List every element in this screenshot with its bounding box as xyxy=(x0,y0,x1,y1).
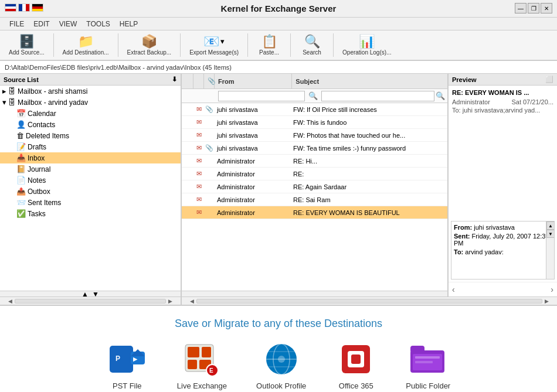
search-button[interactable]: 🔍 Search xyxy=(294,32,330,59)
paste-button[interactable]: 📋 Paste... xyxy=(252,32,287,59)
tree-item-mailbox-arshi[interactable]: ▸ 🗄 Mailbox - arshi shamsi xyxy=(0,86,181,97)
msg-scroll-bar[interactable] xyxy=(182,291,447,296)
preview-prev-button[interactable]: ‹ xyxy=(452,285,455,294)
tree-label: Notes xyxy=(28,176,46,185)
message-row[interactable]: ✉ juhi srivastava FW: Photos that have t… xyxy=(182,129,447,142)
export-messages-label: Export Message(s) xyxy=(189,49,239,56)
dest-pst-file[interactable]: P ▶ PST File xyxy=(107,342,148,390)
tree-item-drafts[interactable]: 📝 Drafts xyxy=(0,141,181,152)
svg-text:P: P xyxy=(116,354,120,363)
src-hscroll-thumb xyxy=(15,299,166,304)
add-source-button[interactable]: 🗄️ Add Source... xyxy=(4,32,50,59)
dest-live-exchange[interactable]: E Live Exchange xyxy=(177,342,227,390)
operation-log-button[interactable]: 📊 Operation Log(s)... xyxy=(337,32,396,59)
export-messages-icon: 📧 xyxy=(203,35,219,48)
tree-label: Inbox xyxy=(28,154,45,162)
message-row[interactable]: ✉ Administrator RE: Again Sardaar xyxy=(182,180,447,193)
msg-subject-cell: RE: xyxy=(291,171,447,178)
message-row[interactable]: ✉ juhi srivastava FW: This is fundoo xyxy=(182,116,447,129)
filter-subject-search-icon[interactable]: 🔍 xyxy=(436,91,445,100)
export-messages-button[interactable]: 📧 ▾ Export Message(s) xyxy=(184,32,244,59)
message-row[interactable]: ✉ Administrator RE: Sai Ram xyxy=(182,193,447,206)
preview-header: Preview ⬜ xyxy=(449,74,557,86)
msg-subject-cell: FW: Photos that have touched our he... xyxy=(291,132,447,139)
notes-icon: 📄 xyxy=(16,176,26,185)
current-path: D:\Altab\DemoFiles\EDB files\priv1.edb\M… xyxy=(5,64,201,71)
preview-body-sent-label: Sent: xyxy=(454,233,470,240)
msg-hscroll-thumb xyxy=(196,299,542,304)
message-row[interactable]: ✉ 📎 juhi srivastava FW: If Oil Price sti… xyxy=(182,103,447,116)
flag-uk-icon xyxy=(5,4,16,12)
source-hscroll[interactable]: ◀ ▶ xyxy=(0,297,182,305)
tree-item-tasks[interactable]: ✅ Tasks xyxy=(0,208,181,219)
message-row-selected[interactable]: ✉ Administrator RE: EVERY WOMAN IS BEAUT… xyxy=(182,206,447,219)
msg-from-cell: Administrator xyxy=(215,158,291,165)
col-type[interactable] xyxy=(193,74,204,88)
tree-item-mailbox-arvind[interactable]: ▾ 🗄 Mailbox - arvind yadav xyxy=(0,97,181,108)
filter-from-input[interactable] xyxy=(218,91,305,101)
tree-label: Mailbox - arshi shamsi xyxy=(18,87,87,96)
msg-from-cell: Administrator xyxy=(215,196,291,203)
preview-body-from-label: From: xyxy=(454,224,472,231)
message-row[interactable]: ✉ Administrator RE: xyxy=(182,168,447,180)
deleted-items-icon: 🗑 xyxy=(16,131,24,140)
window-controls[interactable]: — ❐ ✕ xyxy=(515,3,552,13)
tree-item-calendar[interactable]: 📅 Calendar xyxy=(0,108,181,119)
menu-view[interactable]: VIEW xyxy=(55,19,82,29)
public-folder-icon xyxy=(407,342,449,377)
expand-icon: ▸ xyxy=(2,87,6,96)
toolbar-separator-6 xyxy=(333,33,334,57)
close-button[interactable]: ✕ xyxy=(541,3,552,13)
minimize-button[interactable]: — xyxy=(515,3,527,13)
flag-de-icon xyxy=(32,4,43,12)
source-scroll-bar[interactable]: ▲ ▼ xyxy=(0,291,181,296)
preview-scroll-up-btn[interactable]: ▲ xyxy=(546,221,555,230)
office365-svg xyxy=(337,342,375,376)
col-from[interactable]: From xyxy=(215,74,292,88)
preview-scroll-down-btn[interactable]: ▼ xyxy=(546,230,555,238)
restore-button[interactable]: ❐ xyxy=(528,3,539,13)
msg-scroll-right[interactable]: ▶ xyxy=(545,298,549,304)
tree-item-sent-items[interactable]: 📨 Sent Items xyxy=(0,197,181,208)
col-attach[interactable]: 📎 xyxy=(204,74,215,88)
tree-item-deleted-items[interactable]: 🗑 Deleted Items xyxy=(0,130,181,141)
pst-file-icon: P ▶ xyxy=(107,342,148,377)
dest-outlook-profile[interactable]: Outlook Profile xyxy=(256,342,306,390)
col-flag[interactable] xyxy=(182,74,193,88)
destination-title: Save or Migrate to any of these Destinat… xyxy=(0,318,557,330)
filter-subject-input[interactable] xyxy=(321,91,434,101)
message-list-header: 📎 From Subject xyxy=(182,74,447,89)
src-scroll-left[interactable]: ◀ xyxy=(8,298,12,304)
message-list: ✉ 📎 juhi srivastava FW: If Oil Price sti… xyxy=(182,103,447,291)
flag-icons xyxy=(5,4,43,12)
preview-panel: Preview ⬜ RE: EVERY WOMAN IS ... Adminis… xyxy=(449,74,557,296)
tree-item-outbox[interactable]: 📤 Outbox xyxy=(0,186,181,197)
msg-hscroll[interactable]: ◀ ▶ xyxy=(182,297,557,305)
tree-item-inbox[interactable]: 📥 Inbox xyxy=(0,152,181,163)
dest-office-365[interactable]: Office 365 xyxy=(335,342,376,390)
extract-backup-button[interactable]: 📦 Extract Backup... xyxy=(122,32,177,59)
tree-item-notes[interactable]: 📄 Notes xyxy=(0,175,181,186)
preview-scroll[interactable]: ▲ ▼ xyxy=(546,221,554,279)
menu-file[interactable]: FILE xyxy=(5,19,29,29)
tree-item-journal[interactable]: 📔 Journal xyxy=(0,163,181,175)
message-row[interactable]: ✉ Administrator RE: Hi... xyxy=(182,155,447,168)
menu-edit[interactable]: EDIT xyxy=(29,19,54,29)
preview-from-name: Administrator xyxy=(452,98,490,105)
dest-public-folder[interactable]: Public Folder xyxy=(406,342,450,390)
menu-help[interactable]: HELP xyxy=(115,19,142,29)
col-subject[interactable]: Subject xyxy=(292,74,439,88)
search-icon: 🔍 xyxy=(304,35,320,48)
add-destination-button[interactable]: 📁 Add Destination... xyxy=(57,32,114,59)
app-title-bold: Kernel xyxy=(221,4,249,13)
message-row[interactable]: ✉ 📎 juhi srivastava FW: Tea time smiles … xyxy=(182,142,447,155)
msg-scroll-left[interactable]: ◀ xyxy=(190,298,194,304)
src-scroll-right[interactable]: ▶ xyxy=(168,298,172,304)
filter-from-search-icon[interactable]: 🔍 xyxy=(308,91,318,100)
menu-tools[interactable]: TOOLS xyxy=(81,19,114,29)
msg-from-cell: Administrator xyxy=(215,183,291,190)
add-source-label: Add Source... xyxy=(9,49,45,56)
preview-next-button[interactable]: › xyxy=(551,285,553,294)
tree-item-contacts[interactable]: 👤 Contacts xyxy=(0,119,181,130)
preview-expand-icon[interactable]: ⬜ xyxy=(545,76,553,83)
